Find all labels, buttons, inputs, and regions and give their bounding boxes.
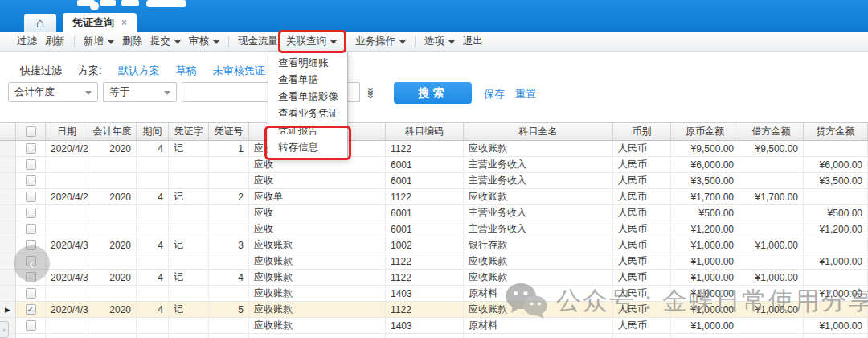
menu-item-查看明细账[interactable]: 查看明细账: [268, 55, 347, 72]
cell-code: 1122: [386, 254, 464, 269]
cell-empty: [613, 334, 671, 338]
cell-year: [88, 157, 137, 172]
table-row[interactable]: 应收账款1403原材料人民币¥1,000.00¥1,000.00: [0, 318, 868, 334]
cell-empty: [88, 334, 137, 338]
reset-link[interactable]: 重置: [515, 87, 536, 101]
row-checkbox[interactable]: [26, 208, 36, 218]
column-header-凭证字[interactable]: 凭证字: [169, 123, 209, 140]
table-row[interactable]: 应收6001主营业务收入人民币¥3,500.00¥3,500.00: [0, 173, 868, 189]
table-row[interactable]: 应收6001主营业务收入人民币¥1,200.00¥1,200.00: [0, 221, 868, 237]
table-row[interactable]: ▶✓2020/4/3020204记5应收账款1122应收账款人民币¥1,000.…: [0, 302, 868, 318]
column-header-会计年度[interactable]: 会计年度: [88, 123, 137, 140]
row-checkbox[interactable]: [26, 175, 36, 186]
cell-cur: 人民币: [613, 270, 671, 285]
cell-credit: [804, 141, 868, 156]
table-row[interactable]: 应收6001主营业务收入人民币¥500.00¥500.00: [0, 205, 868, 221]
column-header[interactable]: [0, 123, 16, 140]
quick-filter-label: 快捷过滤: [20, 64, 62, 78]
table-row[interactable]: 2020/4/2120204记2应收单1122应收账款人民币¥1,700.00¥…: [0, 189, 868, 205]
toolbar-button-选项[interactable]: 选项: [420, 32, 459, 51]
cell-word: 记: [169, 237, 209, 253]
toolbar-button-业务操作[interactable]: 业务操作: [351, 32, 410, 51]
scheme-link-草稿[interactable]: 草稿: [176, 64, 197, 78]
cell-orig: ¥1,000.00: [671, 286, 739, 301]
select-all-checkbox[interactable]: [26, 126, 36, 137]
cell-year: 2020: [88, 141, 137, 156]
menu-item-查看业务凭证[interactable]: 查看业务凭证: [268, 105, 347, 122]
field-select-value: 会计年度: [14, 85, 55, 99]
toolbar-button-关联查询[interactable]: 关联查询: [282, 32, 341, 51]
toolbar: 过滤刷新新增删除提交审核现金流量关联查询业务操作选项退出: [0, 32, 868, 52]
cell-name: 应收账款: [464, 270, 613, 285]
cell-credit: [804, 237, 868, 253]
column-header-贷方金额[interactable]: 贷方金额: [804, 123, 868, 140]
cell-cur: 人民币: [613, 254, 671, 269]
toolbar-button-审核[interactable]: 审核: [185, 32, 223, 51]
search-button[interactable]: 搜索: [394, 82, 472, 104]
cell-debit: ¥9,500.00: [739, 141, 804, 156]
operator-select[interactable]: 等于: [103, 82, 177, 102]
expand-more-icon[interactable]: »»: [365, 87, 379, 97]
cell-cur: 人民币: [613, 157, 671, 172]
row-checkbox[interactable]: ✓: [26, 304, 36, 315]
table-row-partial: [0, 334, 868, 338]
column-header-币别[interactable]: 币别: [613, 123, 671, 140]
column-header-期间[interactable]: 期间: [137, 123, 169, 140]
row-checkbox[interactable]: [26, 288, 36, 299]
logo-fragment: [100, 0, 116, 6]
menu-item-查看单据影像[interactable]: 查看单据影像: [268, 89, 347, 105]
field-select[interactable]: 会计年度: [8, 82, 98, 102]
toolbar-separator: [228, 36, 229, 47]
row-checkbox[interactable]: [26, 159, 36, 170]
scheme-link-未审核凭证[interactable]: 未审核凭证: [213, 64, 265, 78]
table-row[interactable]: 2020/4/2020204记1应收单1122应收账款人民币¥9,500.00¥…: [0, 141, 868, 157]
column-header-科目全名[interactable]: 科目全名: [464, 123, 613, 140]
table-row[interactable]: 应收账款1122应收账款人民币¥1,000.00¥1,000.00: [0, 254, 868, 270]
cell-credit: ¥1,000.00: [804, 286, 868, 301]
toolbar-button-label: 提交: [150, 35, 170, 48]
cell-empty: [209, 334, 249, 338]
column-header[interactable]: [16, 123, 46, 140]
row-checkbox[interactable]: [26, 192, 36, 202]
cell-orig: ¥1,700.00: [671, 189, 739, 204]
cell-period: 4: [137, 237, 169, 253]
toolbar-button-现金流量[interactable]: 现金流量: [234, 32, 282, 51]
cell-word: 记: [169, 270, 209, 285]
toolbar-button-刷新[interactable]: 刷新: [41, 32, 69, 51]
floating-nav-button[interactable]: ‹: [14, 245, 50, 282]
table-row[interactable]: 应收账款1403原材料人民币¥1,000.00¥1,000.00: [0, 286, 868, 302]
cell-date: [46, 205, 88, 221]
cell-orig: ¥1,000.00: [671, 237, 739, 253]
column-header-日期[interactable]: 日期: [46, 123, 88, 140]
cell-date: [46, 318, 88, 333]
toolbar-button-提交[interactable]: 提交: [146, 32, 185, 51]
toolbar-button-退出[interactable]: 退出: [459, 32, 487, 51]
column-header-原币金额[interactable]: 原币金额: [671, 123, 739, 140]
tab-voucher-query[interactable]: 凭证查询 ×: [63, 13, 137, 32]
cell-word: 记: [169, 189, 209, 204]
cell-summary: 应收账款: [249, 254, 386, 269]
cell-date: 2020/4/30: [46, 302, 88, 317]
row-checkbox[interactable]: [26, 143, 36, 154]
row-checkbox[interactable]: [26, 224, 36, 234]
toolbar-button-label: 选项: [424, 35, 444, 48]
menu-item-转存信息[interactable]: 转存信息: [268, 139, 347, 156]
tab-home[interactable]: ⌂: [24, 14, 56, 32]
table-row[interactable]: 2020/4/3020204记3应收账款1002银行存款人民币¥1,000.00…: [0, 237, 868, 254]
close-icon[interactable]: ×: [121, 17, 127, 28]
menu-item-凭证报告[interactable]: 凭证报告: [268, 122, 347, 139]
panel-expand-handle[interactable]: ›: [0, 321, 9, 338]
column-header-借方金额[interactable]: 借方金额: [739, 123, 804, 140]
column-header-凭证号[interactable]: 凭证号: [209, 123, 249, 140]
row-checkbox[interactable]: [26, 320, 36, 331]
table-row[interactable]: 2020/4/3020204记4应收账款1122应收账款人民币¥1,000.00…: [0, 270, 868, 286]
scheme-link-默认方案[interactable]: 默认方案: [118, 64, 160, 78]
toolbar-button-新增[interactable]: 新增: [80, 32, 118, 51]
toolbar-button-过滤[interactable]: 过滤: [13, 32, 41, 51]
table-row[interactable]: 应收6001主营业务收入人民币¥6,000.00¥6,000.00: [0, 157, 868, 173]
column-header-科目编码[interactable]: 科目编码: [386, 123, 464, 140]
checkbox-cell: [16, 173, 46, 188]
menu-item-查看单据[interactable]: 查看单据: [268, 72, 347, 89]
save-link[interactable]: 保存: [484, 87, 505, 101]
toolbar-button-删除[interactable]: 删除: [118, 32, 146, 51]
